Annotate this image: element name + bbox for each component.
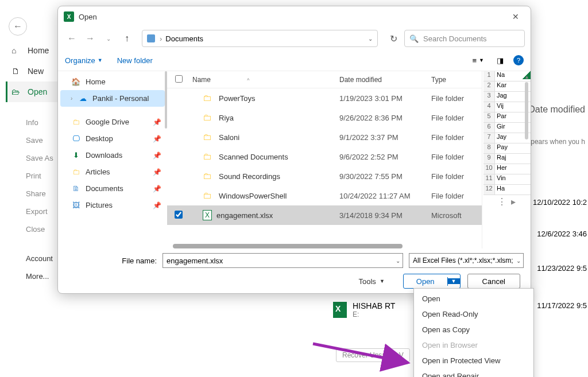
menu-item-open-as-copy[interactable]: Open as Copy bbox=[414, 322, 533, 337]
col-type[interactable]: Type bbox=[431, 76, 477, 84]
search-input[interactable]: 🔍 Search Documents bbox=[404, 30, 525, 47]
folder-icon: 🗀 bbox=[203, 191, 214, 201]
home-icon: ⌂ bbox=[11, 46, 22, 55]
file-row[interactable]: 🗀Saloni9/1/2022 3:37 PMFile folder bbox=[167, 127, 482, 147]
file-row[interactable]: 🗀WindowsPowerShell10/24/2022 11:27 AMFil… bbox=[167, 186, 482, 205]
dialog-title: Open bbox=[79, 13, 97, 21]
recover-unsaved-button[interactable]: Recover Unsaved V bbox=[336, 348, 410, 362]
documents-path-icon bbox=[147, 34, 155, 42]
filter-dropdown-icon[interactable]: ⌄ bbox=[516, 258, 521, 264]
tools-button[interactable]: Tools ▼ bbox=[359, 277, 385, 286]
bg-date-header: Date modified bbox=[528, 104, 585, 115]
select-all-checkbox[interactable] bbox=[175, 75, 183, 83]
home-icon: 🏠 bbox=[71, 77, 81, 86]
chevron-down-icon[interactable]: ⌄ bbox=[368, 36, 373, 42]
file-row[interactable]: 🗀Sound Recordings9/30/2022 7:55 PMFile f… bbox=[167, 166, 482, 186]
close-button[interactable]: ✕ bbox=[506, 10, 525, 24]
open-dropdown-menu: OpenOpen Read-OnlyOpen as CopyOpen in Br… bbox=[413, 288, 534, 377]
nav-forward-button[interactable]: → bbox=[82, 30, 98, 46]
folder-icon: 🗀 bbox=[203, 171, 214, 181]
chevron-right-icon: › bbox=[71, 95, 78, 102]
open-icon: 🗁 bbox=[11, 87, 22, 96]
pin-icon: 📌 bbox=[153, 201, 161, 209]
organize-button[interactable]: Organize ▼ bbox=[65, 56, 103, 65]
refresh-button[interactable]: ↻ bbox=[385, 33, 402, 44]
new-folder-button[interactable]: New folder bbox=[117, 56, 153, 65]
new-icon: 🗋 bbox=[11, 67, 22, 76]
pic-icon: 🖼 bbox=[71, 201, 81, 209]
sidebar-item-pictures[interactable]: 🖼Pictures📌 bbox=[58, 197, 167, 213]
excel-app-icon: X bbox=[64, 11, 74, 22]
folder-icon: 🗀 bbox=[203, 112, 214, 123]
download-icon: ⬇ bbox=[71, 151, 81, 160]
menu-item-open-and-repair-[interactable]: Open and Repair... bbox=[414, 368, 533, 377]
menu-item-open-in-protected-view[interactable]: Open in Protected View bbox=[414, 353, 533, 368]
desktop-icon: 🖵 bbox=[71, 134, 81, 143]
folder-icon: 🗀 bbox=[203, 151, 214, 162]
file-row[interactable]: 🗀Scanned Documents9/6/2022 2:52 PMFile f… bbox=[167, 147, 482, 166]
bg-filedrive: E: bbox=[353, 310, 395, 318]
sidebar-item-home[interactable]: 🏠Home bbox=[58, 73, 167, 90]
sidebar: 🏠Home›☁Pankil - Personal🗀Google Drive📌🖵D… bbox=[58, 71, 167, 248]
xlsx-icon: X bbox=[203, 210, 212, 220]
bg-filename: HISHAB RT bbox=[353, 301, 395, 310]
open-dialog: X Open ✕ ← → ⌄ ↑ › Documents ⌄ ↻ 🔍 Searc… bbox=[57, 6, 531, 294]
menu-item-open[interactable]: Open bbox=[414, 291, 533, 306]
pin-icon: 📌 bbox=[153, 151, 161, 160]
file-list: Name ^ Date modified Type 🗀PowerToys1/19… bbox=[167, 71, 482, 248]
preview-pane-button[interactable]: ◨ bbox=[494, 55, 506, 67]
excel-file-icon bbox=[333, 302, 347, 318]
file-filter[interactable]: All Excel Files (*.xl*;*.xlsx;*.xlsm;⌄ bbox=[409, 253, 524, 268]
pin-icon: 📌 bbox=[153, 168, 161, 176]
view-mode-button[interactable]: ≡ ▼ bbox=[469, 55, 487, 67]
preview-scrollbar[interactable]: ▴ bbox=[523, 73, 531, 223]
sidebar-item-downloads[interactable]: ⬇Downloads📌 bbox=[58, 147, 167, 164]
filename-dropdown-icon[interactable]: ⌄ bbox=[396, 258, 400, 264]
open-dropdown-button[interactable]: ▼ bbox=[448, 278, 460, 284]
bg-date-2: 12/6/2022 3:46 bbox=[537, 230, 587, 238]
doc-icon: 🗎 bbox=[71, 184, 81, 193]
bg-hint: pears when you h bbox=[531, 138, 585, 146]
cancel-button[interactable]: Cancel bbox=[467, 274, 520, 289]
bg-date-1: 12/10/2022 10:2 bbox=[533, 198, 587, 207]
col-name[interactable]: Name ^ bbox=[190, 76, 339, 84]
menu-item-open-in-browser: Open in Browser bbox=[414, 337, 533, 353]
path-bar[interactable]: › Documents ⌄ bbox=[142, 30, 378, 47]
nav-back-button[interactable]: ← bbox=[64, 30, 80, 46]
sidebar-item-articles[interactable]: 🗀Articles📌 bbox=[58, 164, 167, 180]
bg-recent-file[interactable]: HISHAB RT E: bbox=[333, 301, 395, 318]
cloud-icon: ☁ bbox=[78, 94, 88, 103]
bg-date-4: 11/17/2022 9:5 bbox=[537, 301, 587, 310]
sidebar-item-pankil---personal[interactable]: ›☁Pankil - Personal bbox=[60, 90, 165, 107]
folder-icon: 🗀 bbox=[203, 132, 214, 142]
pin-icon: 📌 bbox=[153, 185, 161, 193]
sidebar-item-google-drive[interactable]: 🗀Google Drive📌 bbox=[58, 114, 167, 130]
nav-up-button[interactable]: ↑ bbox=[119, 30, 135, 46]
bg-date-3: 11/23/2022 9:5 bbox=[537, 264, 587, 273]
help-button[interactable]: ? bbox=[513, 55, 524, 65]
menu-item-open-read-only[interactable]: Open Read-Only bbox=[414, 306, 533, 322]
folder-icon: 🗀 bbox=[71, 168, 81, 176]
file-checkbox[interactable] bbox=[175, 211, 183, 219]
file-row[interactable]: 🗀Riya9/26/2022 8:36 PMFile folder bbox=[167, 108, 482, 127]
pin-icon: 📌 bbox=[153, 118, 161, 126]
search-icon: 🔍 bbox=[409, 34, 419, 43]
filename-label: File name: bbox=[65, 256, 163, 265]
col-date[interactable]: Date modified bbox=[339, 76, 431, 84]
nav-recent-button[interactable]: ⌄ bbox=[100, 30, 117, 46]
file-row[interactable]: Xengagement.xlsx3/14/2018 9:34 PMMicroso… bbox=[167, 205, 482, 225]
h-scrollbar[interactable] bbox=[173, 244, 403, 248]
folder-icon: 🗀 bbox=[203, 93, 214, 103]
filename-input[interactable]: engagement.xlsx⌄ bbox=[163, 253, 403, 268]
back-button[interactable]: ← bbox=[9, 17, 27, 36]
pin-icon: 📌 bbox=[153, 135, 161, 143]
open-split-button[interactable]: Open ▼ bbox=[403, 274, 461, 289]
preview-pane: 1Na2Kar3Jag4Vij5Par6Gir7Jay8Pay9Raj10Her… bbox=[482, 71, 531, 248]
drive-icon: 🗀 bbox=[71, 118, 81, 126]
file-row[interactable]: 🗀PowerToys1/19/2023 3:01 PMFile folder bbox=[167, 88, 482, 108]
sidebar-item-documents[interactable]: 🗎Documents📌 bbox=[58, 180, 167, 197]
sidebar-item-desktop[interactable]: 🖵Desktop📌 bbox=[58, 130, 167, 147]
